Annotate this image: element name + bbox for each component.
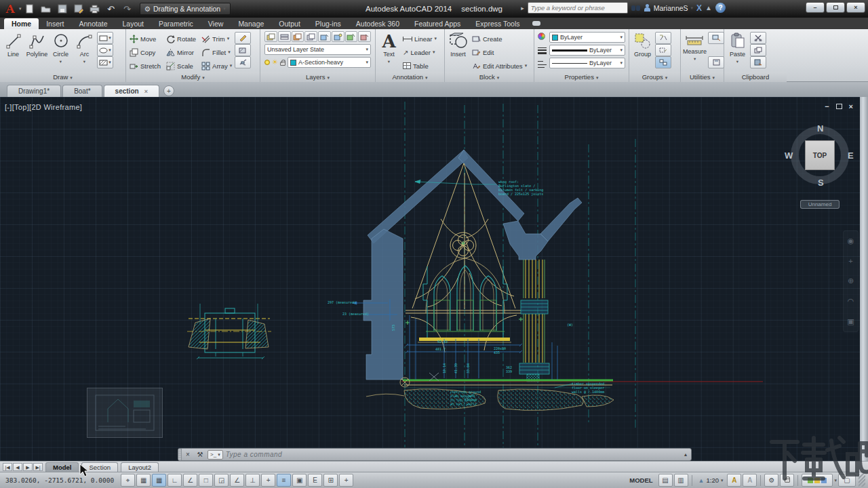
model-space-button[interactable]: MODEL bbox=[625, 476, 656, 484]
ungroup-button[interactable] bbox=[655, 32, 671, 44]
help-button[interactable]: ? bbox=[715, 3, 726, 13]
last-layout-button[interactable]: ▶| bbox=[33, 463, 43, 471]
paste-button[interactable]: Paste ▾ bbox=[726, 30, 749, 70]
tab-manage[interactable]: Manage bbox=[231, 18, 271, 29]
copy-clip-button[interactable] bbox=[750, 44, 766, 56]
stretch-button[interactable]: Stretch bbox=[128, 59, 162, 73]
layout-tab-section[interactable]: Section bbox=[81, 462, 118, 472]
layer-state-dropdown[interactable]: Unsaved Layer State▾ bbox=[264, 44, 371, 55]
ribbon-options-button[interactable] bbox=[532, 20, 543, 29]
viewcube-north[interactable]: N bbox=[817, 123, 823, 134]
group-edit-button[interactable] bbox=[655, 44, 671, 56]
text-button[interactable]: A Text ▾ bbox=[378, 30, 400, 70]
edit-attributes-button[interactable]: Edit Attributes▾ bbox=[471, 59, 528, 73]
lineweight-icon[interactable] bbox=[538, 47, 547, 54]
circle-dropdown-icon[interactable]: ▾ bbox=[60, 59, 62, 64]
layout-tab-model[interactable]: Model bbox=[45, 462, 79, 472]
redo-button[interactable]: ↷ bbox=[120, 2, 135, 16]
dynamic-input-toggle[interactable]: + bbox=[261, 474, 275, 487]
arc-button[interactable]: Arc ▾ bbox=[73, 30, 96, 70]
viewcube[interactable]: N W E S TOP bbox=[791, 126, 849, 184]
arc-dropdown-icon[interactable]: ▾ bbox=[83, 59, 85, 64]
tab-close-icon[interactable]: × bbox=[144, 85, 148, 98]
clean-screen-button[interactable]: ▢ bbox=[838, 474, 856, 487]
nav-zoom-icon[interactable]: ⊕ bbox=[848, 277, 854, 285]
command-wrench-icon[interactable]: ⚒ bbox=[194, 451, 206, 458]
toolbar-lock-button[interactable] bbox=[780, 474, 794, 487]
properties-panel-label[interactable]: Properties▾ bbox=[534, 72, 629, 82]
edit-hatch-button[interactable] bbox=[235, 44, 251, 56]
ellipse-button[interactable]: ▾ bbox=[97, 44, 113, 56]
current-layer-dropdown[interactable]: A-Section-heavy▾ bbox=[288, 57, 371, 68]
viewport-controls-label[interactable]: [-][Top][2D Wireframe] bbox=[5, 103, 82, 111]
view-name-button[interactable]: Unnamed bbox=[800, 200, 840, 209]
layer-unisolate-button[interactable] bbox=[304, 31, 317, 42]
group-selection-toggle[interactable] bbox=[655, 56, 671, 68]
annotation-scale-button[interactable]: ▲ 1:20 ▾ bbox=[696, 476, 726, 484]
osnap3d-toggle[interactable]: ◲ bbox=[214, 474, 229, 487]
viewport-close-icon[interactable]: × bbox=[849, 102, 853, 110]
prev-layout-button[interactable]: ◀ bbox=[13, 463, 22, 471]
file-tab-drawing1[interactable]: Drawing1* bbox=[7, 85, 61, 97]
viewport-restore-icon[interactable] bbox=[836, 104, 842, 109]
minimize-button[interactable]: – bbox=[806, 2, 825, 13]
linear-dimension-button[interactable]: Linear▾ bbox=[401, 32, 438, 45]
text-dropdown-icon[interactable]: ▾ bbox=[388, 59, 390, 64]
command-input[interactable]: Type a command bbox=[226, 451, 680, 458]
new-button[interactable] bbox=[22, 2, 37, 16]
color-wheel-icon[interactable] bbox=[538, 33, 545, 40]
match-layer-button[interactable] bbox=[358, 31, 371, 42]
circle-button[interactable]: Circle ▾ bbox=[50, 30, 72, 70]
undo-button[interactable]: ↶ bbox=[104, 2, 119, 16]
command-history-icon[interactable]: ▴ bbox=[680, 451, 691, 458]
lineweight-toggle[interactable]: ≡ bbox=[277, 474, 291, 487]
tab-insert[interactable]: Insert bbox=[39, 18, 71, 29]
grid-toggle[interactable]: ▦ bbox=[152, 474, 166, 487]
transparency-toggle[interactable]: ▣ bbox=[292, 474, 307, 487]
group-button[interactable]: Group bbox=[631, 30, 654, 70]
scale-button[interactable]: Scale bbox=[165, 59, 197, 73]
nav-orbit-icon[interactable]: ◠ bbox=[848, 297, 854, 306]
layer-off-button[interactable] bbox=[332, 31, 344, 42]
quick-properties-toggle[interactable]: E bbox=[308, 474, 322, 487]
copy-button[interactable]: Copy bbox=[128, 45, 162, 59]
paste-special-button[interactable] bbox=[750, 56, 766, 68]
first-layout-button[interactable]: |◀ bbox=[3, 463, 12, 471]
trim-button[interactable]: Trim▾ bbox=[200, 32, 233, 45]
save-as-button[interactable] bbox=[71, 2, 86, 16]
workspace-dropdown[interactable]: ⚙ Drafting & Annotation ▾ bbox=[140, 3, 231, 15]
viewcube-top-face[interactable]: TOP bbox=[805, 140, 835, 170]
ortho-toggle[interactable]: ∟ bbox=[167, 474, 182, 487]
clipboard-panel-label[interactable]: Clipboard bbox=[724, 72, 787, 82]
tab-featured-apps[interactable]: Featured Apps bbox=[407, 18, 468, 29]
edit-block-button[interactable]: Edit bbox=[471, 45, 528, 59]
open-button[interactable] bbox=[39, 2, 54, 16]
tab-annotate[interactable]: Annotate bbox=[71, 18, 115, 29]
selection-cycling-toggle[interactable]: ⊞ bbox=[323, 474, 338, 487]
osnap-toggle[interactable]: □ bbox=[199, 474, 213, 487]
tab-autodesk360[interactable]: Autodesk 360 bbox=[349, 18, 407, 29]
tab-plugins[interactable]: Plug-ins bbox=[308, 18, 349, 29]
quick-view-drawings-button[interactable]: ▥ bbox=[674, 474, 688, 487]
navigation-bar[interactable]: ◉ + ⊕ ◠ ▣ bbox=[843, 230, 859, 332]
table-button[interactable]: Table bbox=[401, 59, 438, 73]
layer-state-button[interactable] bbox=[278, 31, 291, 42]
logo-dropdown-icon[interactable]: ▾ bbox=[19, 6, 22, 12]
nav-motion-icon[interactable]: ▣ bbox=[847, 317, 854, 326]
match-properties-button[interactable] bbox=[235, 32, 251, 44]
make-current-button[interactable] bbox=[345, 31, 358, 42]
search-input[interactable] bbox=[528, 2, 628, 14]
modify-panel-label[interactable]: Modify▾ bbox=[126, 72, 260, 82]
quick-view-layouts-button[interactable]: ▤ bbox=[658, 474, 673, 487]
insert-block-button[interactable]: Insert bbox=[447, 30, 469, 70]
tray-dropdown-icon[interactable]: ▾ bbox=[834, 478, 837, 483]
otrack-toggle[interactable]: ∠ bbox=[230, 474, 244, 487]
new-tab-button[interactable]: + bbox=[163, 85, 174, 96]
exchange-apps-icon[interactable]: X bbox=[696, 3, 702, 13]
nav-pan-icon[interactable]: + bbox=[848, 257, 852, 265]
resize-grip[interactable] bbox=[859, 474, 865, 487]
annotation-panel-label[interactable]: Annotation▾ bbox=[376, 72, 444, 82]
polyline-button[interactable]: Polyline bbox=[26, 30, 48, 70]
layout-tab-layout2[interactable]: Layout2 bbox=[121, 462, 159, 472]
tab-parametric[interactable]: Parametric bbox=[151, 18, 201, 29]
